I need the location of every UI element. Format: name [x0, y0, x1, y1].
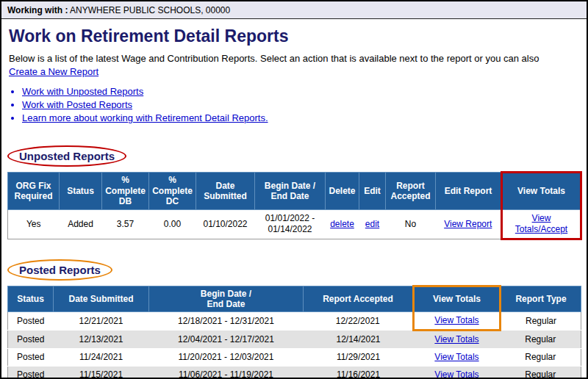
posted-reports-table: Status Date Submitted Begin Date / End D…: [7, 285, 581, 379]
unposted-reports-table: ORG Fix Required Status % Complete DB % …: [7, 171, 582, 239]
cell-begin-end: 11/06/2021 - 11/19/2021: [149, 367, 304, 379]
view-totals-accept-link[interactable]: View Totals/Accept: [512, 213, 572, 235]
cell-date-submitted: 01/10/2022: [196, 209, 255, 239]
cell-report-accepted: 11/29/2021: [304, 349, 414, 367]
cell-status: Added: [60, 209, 102, 239]
cell-date-submitted: 12/21/2021: [54, 312, 149, 331]
posted-report-row: Posted 12/13/2021 12/04/2021 - 12/17/202…: [8, 331, 581, 349]
column-header-report-accepted: Report Accepted: [386, 173, 436, 209]
posted-heading: Posted Reports: [19, 264, 101, 276]
cell-status: Posted: [8, 312, 54, 331]
work-with-unposted-link[interactable]: Work with Unposted Reports: [22, 86, 143, 97]
cell-org-fix: Yes: [8, 209, 60, 239]
column-header-report-type: Report Type: [501, 286, 581, 312]
column-header-edit-report: Edit Report: [436, 173, 502, 209]
column-header-date-submitted: Date Submitted: [54, 286, 149, 312]
create-report-link[interactable]: Create a New Report: [9, 66, 98, 77]
view-report-link[interactable]: View Report: [444, 219, 492, 229]
view-totals-link[interactable]: View Totals: [434, 334, 478, 344]
unposted-header-row: ORG Fix Required Status % Complete DB % …: [8, 173, 581, 209]
column-header-org-fix: ORG Fix Required: [8, 173, 60, 209]
column-header-begin-end-label: Begin Date / End Date: [259, 181, 321, 202]
column-header-pct-db: % Complete DB: [102, 173, 149, 209]
list-item: Work with Posted Reports: [22, 99, 587, 110]
column-header-status: Status: [8, 286, 54, 312]
cell-date-submitted: 11/15/2021: [54, 367, 149, 379]
cell-report-accepted: 11/16/2021: [304, 367, 414, 379]
cell-view-totals: View Totals: [414, 349, 501, 367]
column-header-pct-dc: % Complete DC: [149, 173, 196, 209]
context-label: Working with :: [7, 5, 68, 15]
cell-date-submitted: 12/13/2021: [54, 331, 149, 349]
cell-report-accepted: 12/22/2021: [304, 312, 414, 331]
list-item: Work with Unposted Reports: [22, 86, 587, 97]
cell-edit-report: View Report: [436, 209, 502, 239]
cell-pct-dc: 0.00: [149, 209, 196, 239]
cell-view-totals: View Totals/Accept: [502, 209, 581, 239]
cell-status: Posted: [8, 349, 54, 367]
cell-report-type: Regular: [501, 367, 581, 379]
column-header-report-accepted: Report Accepted: [304, 286, 414, 312]
page-title: Work on Retirement Detail Reports: [9, 26, 587, 46]
unposted-report-row: Yes Added 3.57 0.00 01/10/2022 01/01/202…: [8, 209, 581, 239]
intro-paragraph: Below is a list of the latest Wage and C…: [9, 52, 579, 79]
intro-text: Below is a list of the latest Wage and C…: [9, 53, 539, 64]
posted-heading-oval: Posted Reports: [7, 259, 112, 281]
context-bar: Working with : ANYWHERE PUBLIC SCHOOLS, …: [1, 1, 587, 19]
posted-section-heading: Posted Reports: [7, 259, 587, 281]
cell-report-type: Regular: [501, 312, 581, 331]
column-header-begin-end: Begin Date / End Date: [149, 286, 304, 312]
learn-more-link[interactable]: Learn more about working with Retirement…: [22, 112, 268, 123]
cell-pct-db: 3.57: [102, 209, 149, 239]
column-header-view-totals: View Totals: [414, 286, 501, 312]
column-header-delete: Delete: [326, 173, 359, 209]
cell-begin-end: 12/04/2021 - 12/17/2021: [149, 331, 304, 349]
cell-begin-end: 11/20/2021 - 12/03/2021: [149, 349, 304, 367]
cell-view-totals: View Totals: [414, 312, 501, 331]
column-header-view-totals: View Totals: [502, 173, 581, 209]
view-totals-link[interactable]: View Totals: [434, 352, 478, 362]
column-header-status: Status: [60, 173, 102, 209]
cell-date-submitted: 11/24/2021: [54, 349, 149, 367]
column-header-edit: Edit: [359, 173, 386, 209]
page: Working with : ANYWHERE PUBLIC SCHOOLS, …: [0, 0, 588, 379]
quick-links-list: Work with Unposted Reports Work with Pos…: [22, 86, 587, 123]
posted-report-row: Posted 11/24/2021 11/20/2021 - 12/03/202…: [8, 349, 581, 367]
cell-edit: edit: [359, 209, 386, 239]
cell-status: Posted: [8, 367, 54, 379]
unposted-section-heading: Unposted Reports: [7, 145, 587, 167]
cell-view-totals: View Totals: [414, 331, 501, 349]
view-totals-link[interactable]: View Totals: [434, 315, 478, 325]
list-item: Learn more about working with Retirement…: [22, 112, 587, 123]
delete-link[interactable]: delete: [330, 219, 354, 229]
posted-header-row: Status Date Submitted Begin Date / End D…: [8, 286, 581, 312]
column-header-begin-end-label: Begin Date / End Date: [195, 289, 257, 310]
context-value: ANYWHERE PUBLIC SCHOOLS, 00000: [70, 5, 230, 15]
cell-begin-end: 01/01/2022 - 01/14/2022: [255, 209, 326, 239]
cell-delete: delete: [326, 209, 359, 239]
cell-view-totals: View Totals: [414, 367, 501, 379]
cell-report-accepted: No: [386, 209, 436, 239]
cell-status: Posted: [8, 331, 54, 349]
work-with-posted-link[interactable]: Work with Posted Reports: [22, 99, 132, 110]
cell-report-accepted: 12/14/2021: [304, 331, 414, 349]
unposted-heading-oval: Unposted Reports: [7, 145, 126, 167]
cell-report-type: Regular: [501, 331, 581, 349]
edit-link[interactable]: edit: [365, 219, 379, 229]
column-header-begin-end: Begin Date / End Date: [255, 173, 326, 209]
cell-report-type: Regular: [501, 349, 581, 367]
posted-report-row: Posted 11/15/2021 11/06/2021 - 11/19/202…: [8, 367, 581, 379]
column-header-date-submitted: Date Submitted: [196, 173, 255, 209]
cell-begin-end: 12/18/2021 - 12/31/2021: [149, 312, 304, 331]
posted-report-row: Posted 12/21/2021 12/18/2021 - 12/31/202…: [8, 312, 581, 331]
view-totals-link[interactable]: View Totals: [434, 369, 478, 379]
unposted-heading: Unposted Reports: [19, 150, 115, 162]
